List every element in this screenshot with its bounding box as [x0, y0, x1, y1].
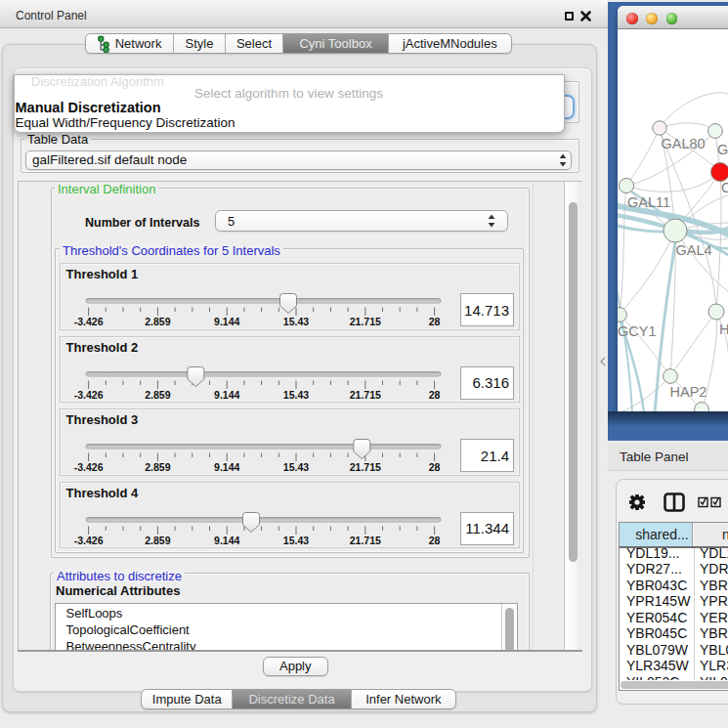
svg-text:-3.426: -3.426: [74, 389, 104, 401]
svg-text:21.715: 21.715: [350, 316, 381, 327]
svg-text:28: 28: [429, 535, 441, 546]
svg-text:28: 28: [429, 461, 441, 473]
svg-text:9.144: 9.144: [214, 461, 239, 473]
svg-text:GAL11: GAL11: [627, 194, 670, 210]
svg-text:H: H: [719, 321, 728, 337]
svg-text:GAL4: GAL4: [676, 242, 712, 258]
svg-text:15.43: 15.43: [283, 316, 309, 327]
svg-text:9.144: 9.144: [214, 389, 239, 401]
svg-text:15.43: 15.43: [283, 389, 309, 401]
svg-text:HAP2: HAP2: [670, 384, 707, 400]
svg-text:-3.426: -3.426: [74, 535, 104, 546]
svg-text:GCY1: GCY1: [618, 323, 657, 339]
svg-text:9.144: 9.144: [214, 535, 239, 546]
svg-text:9.144: 9.144: [214, 316, 239, 327]
svg-text:C: C: [721, 180, 728, 195]
svg-text:GAL80: GAL80: [662, 136, 706, 151]
svg-text:28: 28: [429, 389, 441, 401]
svg-text:G: G: [717, 142, 728, 157]
svg-text:21.715: 21.715: [350, 389, 381, 401]
svg-text:2.859: 2.859: [145, 461, 170, 473]
svg-text:28: 28: [429, 316, 441, 327]
svg-text:15.43: 15.43: [283, 461, 309, 473]
svg-text:15.43: 15.43: [283, 535, 309, 546]
svg-text:21.715: 21.715: [350, 535, 381, 546]
svg-text:-3.426: -3.426: [74, 461, 104, 473]
svg-text:2.859: 2.859: [145, 316, 170, 327]
svg-text:21.715: 21.715: [350, 461, 381, 473]
svg-text:-3.426: -3.426: [74, 316, 104, 327]
svg-text:2.859: 2.859: [145, 389, 170, 401]
svg-text:2.859: 2.859: [145, 535, 170, 546]
